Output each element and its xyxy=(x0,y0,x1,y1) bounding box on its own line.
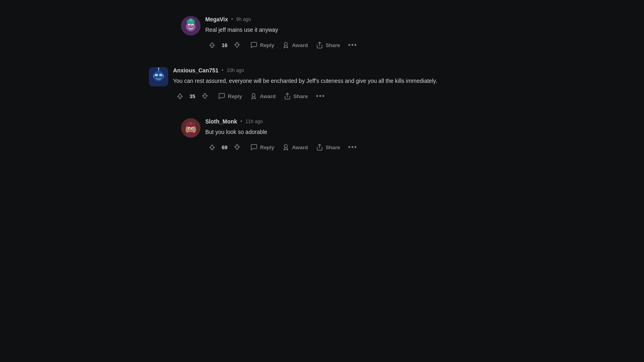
svg-rect-16 xyxy=(159,74,162,76)
svg-point-4 xyxy=(189,25,190,26)
timestamp-anxious: 10h ago xyxy=(227,68,244,73)
comment-anxious: Anxious_Can751 • 10h ago You can rest as… xyxy=(141,67,503,102)
vote-group-anxious: 35 xyxy=(173,90,212,102)
svg-point-20 xyxy=(158,68,159,69)
comment-body-anxious: Anxious_Can751 • 10h ago You can rest as… xyxy=(173,67,495,102)
more-options-megavix[interactable]: ••• xyxy=(345,39,361,51)
share-button-anxious[interactable]: Share xyxy=(281,90,311,102)
upvote-button-sloth[interactable] xyxy=(205,141,219,153)
svg-rect-15 xyxy=(155,74,158,76)
upvote-icon-sloth xyxy=(208,144,216,151)
vote-group-megavix: 16 xyxy=(205,39,244,51)
timestamp-sloth: 11h ago xyxy=(246,119,263,124)
avatar-sloth xyxy=(181,118,200,138)
svg-point-14 xyxy=(153,71,164,81)
comment-megavix: MegaVix • 9h ago Real jeff mains use it … xyxy=(173,16,503,51)
comment-text-anxious: You can rest assured, everyone will be e… xyxy=(173,77,495,85)
comment-actions-anxious: 35 Reply xyxy=(173,90,495,102)
vote-count-anxious: 35 xyxy=(188,93,196,99)
reply-button-anxious[interactable]: Reply xyxy=(215,90,245,102)
award-button-megavix[interactable]: Award xyxy=(279,39,311,51)
svg-point-9 xyxy=(192,21,195,23)
downvote-icon-sloth xyxy=(233,144,241,151)
svg-rect-21 xyxy=(153,74,155,78)
more-options-sloth[interactable]: ••• xyxy=(345,141,361,153)
share-icon-anxious xyxy=(284,93,291,100)
comment-body-sloth: Sloth_Monk • 11h ago But you look so ado… xyxy=(205,118,495,153)
svg-rect-22 xyxy=(163,74,164,78)
username-megavix: MegaVix xyxy=(205,16,228,23)
downvote-button-megavix[interactable] xyxy=(230,39,244,51)
comment-text-sloth: But you look so adorable xyxy=(205,128,495,136)
vote-count-sloth: 69 xyxy=(221,144,229,150)
share-button-megavix[interactable]: Share xyxy=(313,39,343,51)
downvote-icon xyxy=(233,41,241,49)
comments-container: MegaVix • 9h ago Real jeff mains use it … xyxy=(141,0,503,185)
svg-point-12 xyxy=(285,42,288,45)
username-anxious: Anxious_Can751 xyxy=(173,67,219,74)
comment-actions-sloth: 69 Reply xyxy=(205,141,495,153)
username-sloth: Sloth_Monk xyxy=(205,118,237,125)
share-button-sloth[interactable]: Share xyxy=(313,141,343,153)
downvote-button-sloth[interactable] xyxy=(230,141,244,153)
reply-button-megavix[interactable]: Reply xyxy=(247,39,277,51)
comment-text-megavix: Real jeff mains use it anyway xyxy=(205,26,495,34)
award-button-sloth[interactable]: Award xyxy=(279,141,311,153)
separator-sloth: • xyxy=(240,119,242,124)
svg-point-11 xyxy=(192,26,195,28)
comment-actions-megavix: 16 Reply xyxy=(205,39,495,51)
comment-header-megavix: MegaVix • 9h ago xyxy=(205,16,495,23)
svg-point-34 xyxy=(285,144,288,148)
separator-megavix: • xyxy=(231,16,233,22)
downvote-button-anxious[interactable] xyxy=(198,90,212,102)
svg-point-8 xyxy=(187,21,189,23)
avatar-megavix xyxy=(181,16,200,35)
svg-point-31 xyxy=(189,128,190,129)
reply-icon-sloth xyxy=(250,144,258,151)
award-icon xyxy=(282,41,289,49)
reply-icon xyxy=(250,41,258,49)
reply-icon-anxious xyxy=(218,93,225,100)
svg-point-7 xyxy=(189,19,192,22)
vote-group-sloth: 69 xyxy=(205,141,244,153)
upvote-icon xyxy=(208,41,216,49)
svg-point-5 xyxy=(192,25,193,26)
upvote-icon-anxious xyxy=(176,93,184,100)
share-icon-sloth xyxy=(316,144,323,151)
timestamp-megavix: 9h ago xyxy=(236,16,251,22)
vote-count-megavix: 16 xyxy=(221,42,229,48)
svg-point-23 xyxy=(252,93,256,97)
upvote-button-anxious[interactable] xyxy=(173,90,187,102)
separator-anxious: • xyxy=(222,68,223,73)
comment-sloth: Sloth_Monk • 11h ago But you look so ado… xyxy=(173,118,503,153)
upvote-button-megavix[interactable] xyxy=(205,39,219,51)
more-options-anxious[interactable]: ••• xyxy=(313,90,328,102)
comment-body-megavix: MegaVix • 9h ago Real jeff mains use it … xyxy=(205,16,495,51)
svg-point-32 xyxy=(192,128,193,129)
share-icon xyxy=(316,41,323,49)
comment-header-anxious: Anxious_Can751 • 10h ago xyxy=(173,67,495,74)
svg-point-10 xyxy=(187,26,189,28)
award-icon-sloth xyxy=(282,144,289,151)
award-button-anxious[interactable]: Award xyxy=(247,90,279,102)
comment-header-sloth: Sloth_Monk • 11h ago xyxy=(205,118,495,125)
avatar-anxious xyxy=(149,67,168,86)
award-icon-anxious xyxy=(250,93,257,100)
downvote-icon-anxious xyxy=(201,93,208,100)
reply-button-sloth[interactable]: Reply xyxy=(247,141,277,153)
svg-point-28 xyxy=(190,122,192,125)
